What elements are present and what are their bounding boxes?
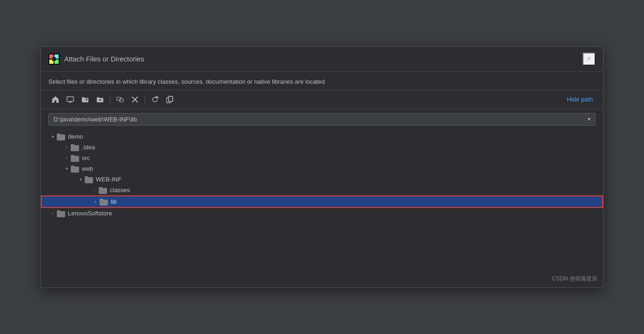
tree-label-lib: lib	[111, 198, 117, 205]
tree-label-webinf: WEB-INF	[96, 176, 121, 183]
chevron-down-icon-web: ▾	[62, 166, 71, 171]
tree-label-src: src	[82, 154, 90, 161]
chevron-down-icon: ▾	[48, 134, 57, 139]
move-button[interactable]	[113, 93, 127, 106]
path-dropdown-button[interactable]: ▾	[588, 116, 590, 122]
folder-icon-classes	[99, 187, 107, 193]
path-bar: D:\java\demo\web\WEB-INF\lib ▾	[48, 113, 596, 126]
delete-icon	[132, 96, 138, 103]
tree-item-demo[interactable]: ▾ demo	[41, 131, 603, 142]
chevron-down-icon-webinf: ▾	[76, 177, 85, 182]
home-icon	[52, 96, 59, 103]
tree-item-src[interactable]: › src	[41, 153, 603, 163]
attach-dialog: Attach Files or Directories × Select fil…	[40, 47, 604, 288]
folder-icon-idea	[71, 144, 79, 150]
tree-label-demo: demo	[68, 133, 83, 140]
folder-icon-demo	[57, 134, 65, 140]
tree-label-idea: .idea	[82, 144, 95, 151]
folder-icon-webinf	[85, 176, 93, 182]
tree-item-classes[interactable]: › classes	[41, 185, 603, 195]
copy-path-button[interactable]	[163, 93, 177, 106]
copy-path-icon	[166, 96, 174, 103]
folder-up-icon	[96, 96, 104, 103]
dialog-overlay: Attach Files or Directories × Select fil…	[0, 0, 644, 334]
tree-container[interactable]: ▾ demo › .idea › src ▾ web	[41, 129, 603, 287]
svg-rect-6	[67, 97, 74, 101]
svg-rect-10	[86, 98, 87, 100]
tree-item-webinf[interactable]: ▾ WEB-INF	[41, 174, 603, 185]
monitor-icon	[67, 96, 74, 103]
folder-up-button[interactable]	[93, 93, 107, 106]
chevron-right-icon: ›	[62, 145, 71, 150]
dialog-subtitle: Select files or directories in which lib…	[41, 72, 603, 90]
refresh-button[interactable]	[148, 93, 162, 106]
close-button[interactable]: ×	[583, 53, 596, 66]
svg-rect-5	[52, 57, 56, 61]
refresh-icon	[151, 96, 159, 103]
folder-icon-lib	[100, 199, 108, 205]
hide-path-button[interactable]: Hide path	[564, 95, 596, 104]
intellij-logo-icon	[48, 53, 60, 65]
folder-icon-web	[71, 166, 79, 172]
tree-item-web[interactable]: ▾ web	[41, 163, 603, 174]
svg-marker-16	[156, 96, 158, 98]
watermark: CSDN @雨落星辰	[552, 275, 597, 283]
tree-item-idea[interactable]: › .idea	[41, 142, 603, 153]
chevron-right-icon-lib: ›	[91, 199, 100, 204]
folder-icon-lenovo	[57, 210, 65, 216]
move-icon	[116, 96, 124, 103]
dialog-titlebar: Attach Files or Directories ×	[41, 47, 603, 72]
chevron-right-icon-lenovo: ›	[48, 211, 57, 216]
chevron-right-icon-src: ›	[62, 155, 71, 160]
toolbar: Hide path	[41, 90, 603, 109]
home-button[interactable]	[48, 93, 62, 106]
path-text: D:\java\demo\web\WEB-INF\lib	[54, 116, 588, 123]
svg-rect-8	[70, 101, 71, 102]
tree-label-lenovo: LenovoSoftstore	[68, 210, 112, 217]
svg-rect-18	[168, 96, 173, 101]
delete-button[interactable]	[128, 93, 142, 106]
tree-label-classes: classes	[110, 187, 130, 194]
chevron-right-icon-classes: ›	[90, 187, 99, 193]
folder-icon-src	[71, 155, 79, 161]
new-folder-icon	[81, 96, 89, 103]
tree-item-lenovosoftstore[interactable]: › LenovoSoftstore	[41, 208, 603, 219]
new-folder-button[interactable]	[78, 93, 92, 106]
dialog-title: Attach Files or Directories	[64, 55, 583, 63]
desktop-button[interactable]	[63, 93, 77, 106]
toolbar-separator-1	[110, 95, 110, 104]
toolbar-separator-2	[145, 95, 145, 104]
tree-label-web: web	[82, 165, 93, 172]
tree-item-lib[interactable]: › lib	[41, 195, 603, 208]
